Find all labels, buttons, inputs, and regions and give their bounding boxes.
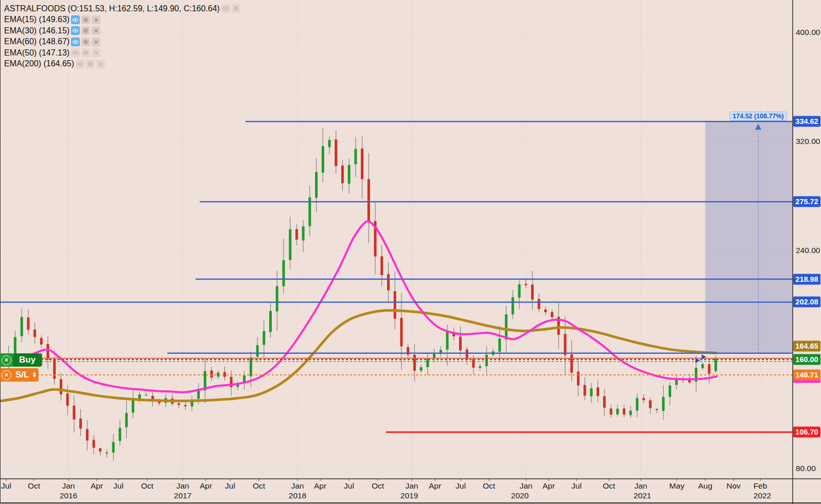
time-axis-year-label: 2021 <box>634 491 651 500</box>
time-axis-month-label: Oct <box>603 481 615 491</box>
time-axis-month-label: Jul <box>1 481 11 491</box>
time-axis-year-label: 2017 <box>174 491 191 500</box>
buy-marker-icon <box>702 354 706 359</box>
indicator-row-ema30: EMA(30) (146.15) × <box>4 25 240 37</box>
stop-loss-button[interactable]: × S/L ▲▼ <box>0 368 39 382</box>
time-axis-month-label: Apr <box>200 481 212 491</box>
indicator-row-ema60: EMA(60) (148.67) × <box>4 37 240 48</box>
time-axis-year-label: 2018 <box>289 491 306 500</box>
price-axis-label: 80.00 <box>796 464 816 473</box>
time-axis-year-label: 2016 <box>60 491 77 500</box>
time-axis-year-label: 2020 <box>511 491 529 500</box>
time-axis-month-label: Jul <box>225 481 235 491</box>
time-axis-month-label: Jul <box>571 481 582 491</box>
indicator-label: EMA(15) (149.63) <box>4 15 69 24</box>
projection-box <box>705 121 793 353</box>
indicator-label: EMA(30) (146.15) <box>4 26 69 35</box>
price-chart[interactable] <box>0 0 821 504</box>
close-icon[interactable]: × <box>92 15 100 24</box>
price-tag-label: 160.00 <box>793 354 820 365</box>
time-axis-year-label: 2019 <box>400 491 418 500</box>
ema60-line <box>18 221 717 392</box>
time-axis-year-label: 2022 <box>754 491 771 500</box>
time-axis-month-label: Apr <box>543 481 555 491</box>
close-icon[interactable]: × <box>96 60 105 68</box>
time-axis-month-label: Feb <box>754 481 767 491</box>
price-tag-label: 275.72 <box>793 196 820 207</box>
price-tag-label: 218.98 <box>793 274 820 284</box>
price-tag-label: 106.70 <box>793 427 820 438</box>
time-axis-month-label: Oct <box>372 481 384 491</box>
eye-icon[interactable] <box>71 48 80 57</box>
price-tag-label: 202.08 <box>793 297 820 308</box>
indicator-label: EMA(200) (164.65) <box>4 59 74 68</box>
buy-button-label[interactable]: Buy <box>13 354 41 366</box>
price-tag-label: 334.62 <box>793 116 820 127</box>
indicator-row-ema50: EMA(50) (147.13) × <box>4 47 240 59</box>
time-axis-month-label: Aug <box>698 481 712 491</box>
legend: ASTRALFOODS (O:151.53, H:162.59, L:149.9… <box>4 3 240 69</box>
price-axis-label: 320.00 <box>796 137 820 146</box>
indicator-label: EMA(50) (147.13) <box>4 48 69 58</box>
gear-icon[interactable] <box>81 48 90 57</box>
price-axis-label: 400.00 <box>796 28 820 37</box>
time-axis-month-label: Oct <box>483 481 495 491</box>
close-icon[interactable]: × <box>92 38 100 46</box>
indicator-row-ema200: EMA(200) (164.65) × <box>4 59 240 70</box>
close-icon[interactable]: × <box>92 26 100 35</box>
time-axis-month-label: May <box>669 481 684 491</box>
price-tag-label: 148.71 <box>793 369 820 380</box>
symbol-row: ASTRALFOODS (O:151.53, H:162.59, L:149.9… <box>4 3 240 14</box>
time-axis-month-label: Jan <box>406 481 418 491</box>
buy-marker-icon <box>695 358 700 363</box>
eye-icon[interactable] <box>221 4 230 13</box>
indicator-label: EMA(60) (148.67) <box>4 37 69 46</box>
gear-icon[interactable] <box>81 26 90 35</box>
eye-icon[interactable] <box>71 38 80 46</box>
eye-icon[interactable] <box>76 60 84 68</box>
close-stop-icon[interactable]: × <box>2 370 11 380</box>
buy-button[interactable]: × Buy <box>0 353 42 367</box>
candlestick-series <box>1 128 718 461</box>
gear-icon[interactable] <box>81 15 90 24</box>
gear-icon[interactable] <box>81 38 90 46</box>
gear-icon[interactable] <box>86 60 95 68</box>
time-axis-month-label: Jul <box>344 481 354 491</box>
eye-icon[interactable] <box>71 15 80 24</box>
time-axis-month-label: Oct <box>253 481 265 491</box>
time-axis-month-label: Oct <box>28 481 40 491</box>
time-axis-month-label: Jan <box>291 481 304 491</box>
indicator-row-ema15: EMA(15) (149.63) × <box>4 14 240 26</box>
ema200-line <box>0 310 717 401</box>
time-axis-month-label: Jul <box>113 481 124 491</box>
projection-target-label[interactable]: 174.52 (108.77%) <box>729 112 787 121</box>
time-axis-month-label: Apr <box>429 481 441 491</box>
price-axis-label: 240.00 <box>796 246 820 255</box>
eye-icon[interactable] <box>71 26 80 35</box>
close-order-icon[interactable]: × <box>2 355 11 365</box>
time-axis-month-label: Nov <box>726 481 741 491</box>
time-axis-month-label: Apr <box>314 481 326 491</box>
close-icon[interactable]: × <box>92 48 100 57</box>
time-axis-month-label: Jan <box>62 481 75 491</box>
time-axis-month-label: Oct <box>141 481 153 491</box>
trading-chart-app: ASTRALFOODS (O:151.53, H:162.59, L:149.9… <box>0 0 821 504</box>
time-axis-month-label: Jul <box>456 481 466 491</box>
price-tag-label: 164.65 <box>793 340 820 351</box>
adjust-arrows-icon[interactable]: ▲▼ <box>32 372 37 377</box>
symbol-ohlc-text: ASTRALFOODS (O:151.53, H:162.59, L:149.9… <box>4 4 220 13</box>
time-axis-month-label: Jan <box>177 481 189 491</box>
time-axis-month-label: Jan <box>635 481 648 491</box>
gear-icon[interactable] <box>232 4 240 13</box>
time-axis-month-label: Jan <box>520 481 533 491</box>
stop-loss-label[interactable]: S/L <box>13 370 31 380</box>
time-axis-month-label: Apr <box>91 481 103 491</box>
